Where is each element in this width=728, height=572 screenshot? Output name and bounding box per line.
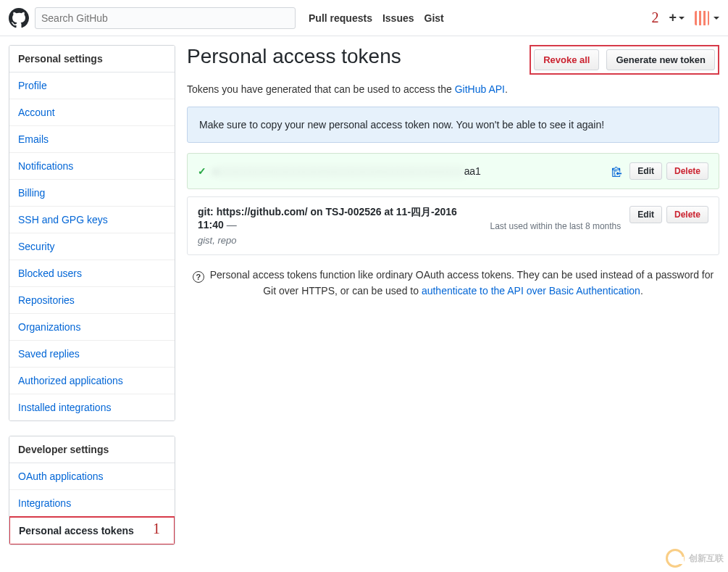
token-scopes: gist, repo <box>198 235 482 246</box>
sidebar-item-authorized-apps[interactable]: Authorized applications <box>9 368 175 394</box>
sidebar-item-repositories[interactable]: Repositories <box>9 287 175 314</box>
main-content: Personal access tokens Revoke all Genera… <box>187 45 719 299</box>
mark-github-icon <box>9 8 29 28</box>
sidebar-item-integrations[interactable]: Integrations <box>9 490 175 517</box>
caret-down-icon <box>679 17 685 20</box>
help-text: ? Personal access tokens function like o… <box>187 267 719 299</box>
annotation-1: 1 <box>153 521 160 537</box>
sidebar-item-account[interactable]: Account <box>9 99 175 126</box>
intro-suffix: . <box>505 83 508 95</box>
nav-gist[interactable]: Gist <box>424 12 444 24</box>
delete-new-token-button[interactable]: Delete <box>666 162 708 180</box>
caret-down-icon <box>714 17 719 20</box>
github-logo[interactable] <box>9 8 29 28</box>
token-description: git: https://github.com/ on TSJ-002526 a… <box>198 206 482 231</box>
sidebar-item-notifications[interactable]: Notifications <box>9 153 175 180</box>
menu-heading-developer: Developer settings <box>9 436 175 463</box>
sidebar-item-billing[interactable]: Billing <box>9 180 175 207</box>
sidebar-item-blocked-users[interactable]: Blocked users <box>9 260 175 287</box>
edit-new-token-button[interactable]: Edit <box>629 162 662 180</box>
sidebar-item-personal-access-tokens[interactable]: Personal access tokens <box>9 516 175 545</box>
top-bar: Pull requests Issues Gist 2 + <box>0 0 728 36</box>
flash-notice: Make sure to copy your new personal acce… <box>187 107 719 143</box>
annotation-2: 2 <box>651 9 658 26</box>
nav-issues[interactable]: Issues <box>382 12 414 24</box>
help-auth-link[interactable]: authenticate to the API over Basic Authe… <box>422 285 640 297</box>
intro-prefix: Tokens you have generated that can be us… <box>187 83 455 95</box>
token-row: git: https://github.com/ on TSJ-002526 a… <box>187 196 719 255</box>
delete-token-button[interactable]: Delete <box>666 206 708 223</box>
question-icon: ? <box>193 271 204 283</box>
sidebar-item-emails[interactable]: Emails <box>9 126 175 153</box>
create-menu[interactable]: + <box>669 10 685 25</box>
avatar <box>695 11 709 25</box>
nav-pull-requests[interactable]: Pull requests <box>309 12 372 24</box>
sidebar-item-profile[interactable]: Profile <box>9 72 175 99</box>
menu-personal-settings: Personal settings Profile Account Emails… <box>9 45 175 421</box>
sidebar-item-installed-integrations[interactable]: Installed integrations <box>9 394 175 420</box>
new-token-value: a░░░░░░░░░░░░░░░░░░░░░░░░░░░░░░░░░░░aa1 <box>212 165 604 177</box>
token-prefix: git: https://github.com/ <box>198 206 308 217</box>
sidebar-item-oauth-apps[interactable]: OAuth applications <box>9 463 175 490</box>
sidebar: Personal settings Profile Account Emails… <box>9 45 175 560</box>
page-header: Personal access tokens Revoke all Genera… <box>187 45 719 75</box>
sidebar-item-security[interactable]: Security <box>9 233 175 260</box>
plus-icon: + <box>669 10 677 25</box>
edit-token-button[interactable]: Edit <box>629 206 662 223</box>
revoke-all-button[interactable]: Revoke all <box>534 49 599 70</box>
token-last-used: Last used within the last 8 months <box>490 221 622 231</box>
primary-nav: Pull requests Issues Gist <box>309 12 444 24</box>
sidebar-item-organizations[interactable]: Organizations <box>9 314 175 341</box>
github-api-link[interactable]: GitHub API <box>455 83 505 95</box>
generate-new-token-button[interactable]: Generate new token <box>606 49 715 70</box>
check-icon: ✓ <box>198 165 206 177</box>
help-suffix: . <box>640 285 643 297</box>
new-token-row: ✓ a░░░░░░░░░░░░░░░░░░░░░░░░░░░░░░░░░░░aa… <box>187 153 719 189</box>
page-title: Personal access tokens <box>187 45 530 68</box>
sidebar-item-ssh-gpg[interactable]: SSH and GPG keys <box>9 207 175 233</box>
token-dash: — <box>224 219 237 231</box>
menu-developer-settings: Developer settings OAuth applications In… <box>9 436 175 545</box>
user-menu[interactable] <box>695 11 719 25</box>
menu-heading-personal: Personal settings <box>9 46 175 72</box>
sidebar-item-saved-replies[interactable]: Saved replies <box>9 341 175 368</box>
copy-icon[interactable] <box>611 166 622 177</box>
token-suffix: aa1 <box>464 165 481 177</box>
search-input[interactable] <box>35 7 296 29</box>
intro-text: Tokens you have generated that can be us… <box>187 83 719 95</box>
